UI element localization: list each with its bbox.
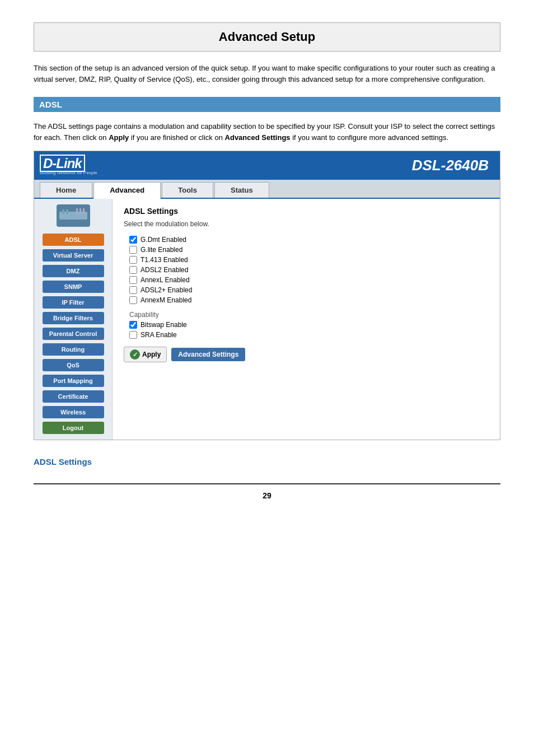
router-body: ADSL Virtual Server DMZ SNMP IP Filter B… — [34, 199, 500, 440]
checkbox-glite-input[interactable] — [129, 246, 137, 254]
checkbox-bitswap-label: Bitswap Enable — [140, 321, 187, 329]
sidebar-btn-routing[interactable]: Routing — [43, 343, 104, 356]
sidebar-btn-port-mapping[interactable]: Port Mapping — [43, 375, 104, 387]
router-image-icon — [57, 204, 90, 227]
apply-button[interactable]: ✓ Apply — [124, 347, 167, 362]
checkbox-adsl2-label: ADSL2 Enabled — [140, 266, 188, 274]
svg-rect-4 — [79, 208, 81, 214]
checkbox-annexm-label: AnnexM Enabled — [140, 296, 191, 304]
sidebar-btn-adsl[interactable]: ADSL — [43, 234, 104, 246]
brand-logo: D-Link — [40, 156, 86, 171]
router-sidebar: ADSL Virtual Server DMZ SNMP IP Filter B… — [34, 199, 113, 440]
svg-rect-3 — [76, 208, 78, 214]
tab-home[interactable]: Home — [40, 182, 92, 198]
checkbox-bitswap: Bitswap Enable — [129, 321, 489, 329]
sidebar-btn-ip-filter[interactable]: IP Filter — [43, 296, 104, 309]
checkbox-annexm: AnnexM Enabled — [129, 296, 489, 304]
page-number: 29 — [263, 491, 271, 500]
adsl-section-header: ADSL — [34, 97, 500, 112]
sidebar-btn-parental-control[interactable]: Parental Control — [43, 328, 104, 340]
sidebar-btn-virtual-server[interactable]: Virtual Server — [43, 249, 104, 262]
brand-tagline: Building Networks for People — [40, 170, 97, 175]
page-title: Advanced Setup — [34, 30, 500, 44]
sidebar-btn-bridge-filters[interactable]: Bridge Filters — [43, 312, 104, 324]
checkbox-t1413-input[interactable] — [129, 256, 137, 264]
page-footer: 29 — [34, 483, 500, 500]
checkbox-annexl-label: AnnexL Enabled — [140, 276, 190, 284]
capability-section: Capability Bitswap Enable SRA Enable — [124, 311, 489, 339]
intro-text: This section of the setup is an advanced… — [34, 63, 500, 85]
adsl-settings-bottom-label: ADSL Settings — [34, 457, 500, 466]
checkbox-glite-label: G.lite Enabled — [140, 246, 182, 254]
sidebar-btn-snmp[interactable]: SNMP — [43, 281, 104, 293]
checkbox-adsl2-input[interactable] — [129, 266, 137, 274]
checkbox-gdmt-label: G.Dmt Enabled — [140, 236, 186, 244]
checkbox-gdmt-input[interactable] — [129, 236, 137, 244]
svg-rect-5 — [83, 208, 85, 214]
tab-advanced[interactable]: Advanced — [93, 182, 161, 199]
sidebar-btn-logout[interactable]: Logout — [43, 422, 104, 434]
router-nav: Home Advanced Tools Status — [34, 180, 500, 199]
checkbox-adsl2plus: ADSL2+ Enabled — [129, 286, 489, 294]
checkbox-gdmt: G.Dmt Enabled — [129, 236, 489, 244]
checkbox-sra: SRA Enable — [129, 331, 489, 339]
checkbox-annexl: AnnexL Enabled — [129, 276, 489, 284]
advanced-settings-button[interactable]: Advanced Settings — [171, 348, 245, 361]
checkbox-t1413: T1.413 Enabled — [129, 256, 489, 264]
sidebar-btn-certificate[interactable]: Certificate — [43, 390, 104, 403]
page-title-box: Advanced Setup — [34, 22, 500, 52]
checkbox-sra-input[interactable] — [129, 331, 137, 339]
buttons-row: ✓ Apply Advanced Settings — [124, 347, 489, 362]
checkbox-annexl-input[interactable] — [129, 276, 137, 284]
checkbox-adsl2plus-input[interactable] — [129, 286, 137, 294]
capability-label: Capability — [129, 311, 489, 319]
sidebar-btn-qos[interactable]: QoS — [43, 359, 104, 371]
svg-rect-1 — [62, 209, 64, 214]
sidebar-btn-wireless[interactable]: Wireless — [43, 406, 104, 418]
checkbox-adsl2: ADSL2 Enabled — [129, 266, 489, 274]
checkbox-glite: G.lite Enabled — [129, 246, 489, 254]
router-model: DSL-2640B — [412, 157, 489, 174]
adsl-settings-title: ADSL Settings — [124, 207, 489, 216]
modulation-section: G.Dmt Enabled G.lite Enabled T1.413 Enab… — [124, 236, 489, 304]
adsl-settings-desc: Select the modulation below. — [124, 220, 489, 228]
apply-button-label: Apply — [142, 351, 161, 358]
router-panel: D-Link Building Networks for People DSL-… — [34, 151, 500, 440]
router-main-content: ADSL Settings Select the modulation belo… — [113, 199, 500, 440]
apply-checkmark-icon: ✓ — [130, 349, 140, 360]
checkbox-sra-label: SRA Enable — [140, 331, 177, 339]
adsl-description: The ADSL settings page contains a modula… — [34, 121, 500, 143]
checkbox-t1413-label: T1.413 Enabled — [140, 256, 188, 264]
router-header: D-Link Building Networks for People DSL-… — [34, 151, 500, 180]
checkbox-bitswap-input[interactable] — [129, 321, 137, 329]
svg-rect-2 — [66, 209, 68, 214]
checkbox-adsl2plus-label: ADSL2+ Enabled — [140, 286, 192, 294]
tab-tools[interactable]: Tools — [162, 182, 213, 198]
sidebar-btn-dmz[interactable]: DMZ — [43, 265, 104, 277]
tab-status[interactable]: Status — [214, 182, 269, 198]
checkbox-annexm-input[interactable] — [129, 296, 137, 304]
dlink-logo: D-Link Building Networks for People — [40, 156, 97, 175]
